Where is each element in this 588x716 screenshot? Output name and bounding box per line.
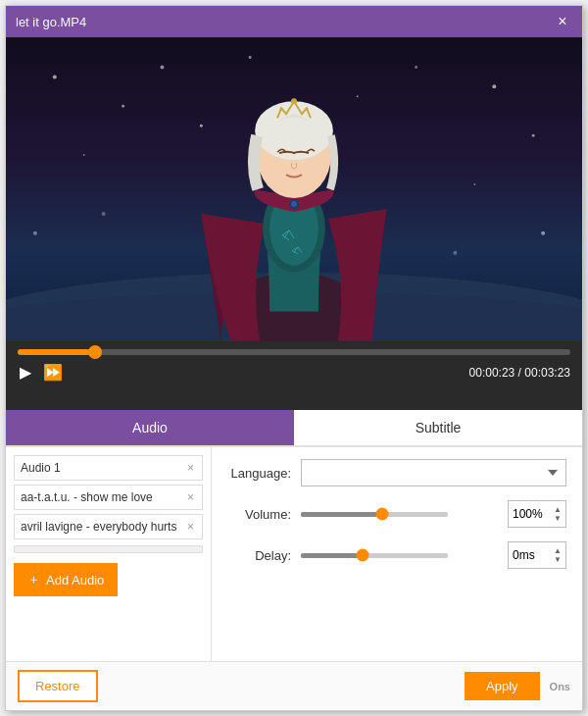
svg-point-7 [200, 125, 203, 128]
svg-point-13 [415, 66, 417, 69]
tab-audio[interactable]: Audio [6, 410, 294, 445]
progress-thumb[interactable] [88, 345, 102, 359]
audio-item-label-2: aa-t.a.t.u. - show me love [21, 490, 185, 504]
audio-item-label-3: avril lavigne - everybody hurts [21, 520, 185, 534]
delay-spin-arrows: ▲ ▼ [554, 547, 562, 564]
close-button[interactable]: × [553, 12, 572, 31]
restore-button[interactable]: Restore [18, 670, 98, 702]
delay-spinbox[interactable]: 0ms ▲ ▼ [508, 541, 566, 569]
remove-audio-3[interactable]: × [185, 520, 196, 534]
svg-point-17 [249, 56, 252, 59]
svg-point-24 [291, 98, 297, 104]
delay-slider-container [301, 553, 498, 558]
window-title: let it go.MP4 [16, 15, 86, 29]
volume-label: Volume: [227, 507, 291, 522]
svg-point-11 [473, 183, 475, 185]
language-select[interactable] [301, 459, 566, 486]
svg-point-23 [255, 101, 333, 160]
buttons-row: ▶ ⏩ 00:00:23 / 00:03:23 [18, 361, 570, 384]
volume-spin-arrows: ▲ ▼ [554, 506, 562, 523]
svg-point-3 [53, 75, 57, 78]
tabs-bar: Audio Subtitle [6, 410, 582, 447]
audio-scrollbar[interactable] [14, 545, 203, 553]
fast-forward-button[interactable]: ⏩ [41, 361, 65, 384]
audio-panel: Audio 1 × aa-t.a.t.u. - show me love × a… [6, 447, 212, 661]
svg-point-9 [492, 84, 496, 88]
volume-slider-track[interactable] [301, 512, 448, 517]
audio-item-2[interactable]: aa-t.a.t.u. - show me love × [14, 485, 203, 510]
language-row: Language: [227, 459, 566, 486]
video-frame [6, 37, 582, 341]
volume-row: Volume: 100% ▲ ▼ [227, 500, 566, 528]
volume-slider-container [301, 512, 498, 517]
audio-item-label-1: Audio 1 [21, 461, 185, 475]
add-audio-label: Add Audio [46, 573, 104, 588]
progress-fill [18, 349, 95, 355]
delay-up-arrow[interactable]: ▲ [554, 547, 562, 555]
volume-thumb[interactable] [375, 508, 388, 521]
delay-slider-track[interactable] [301, 553, 448, 558]
svg-point-5 [83, 154, 85, 156]
add-audio-button[interactable]: ＋ Add Audio [14, 563, 118, 596]
svg-point-12 [541, 231, 545, 235]
video-player [6, 37, 582, 341]
remove-audio-2[interactable]: × [185, 490, 196, 504]
time-total: 00:03:23 [524, 366, 570, 380]
time-display: 00:00:23 / 00:03:23 [469, 366, 570, 380]
audio-item-1[interactable]: Audio 1 × [14, 455, 203, 481]
delay-label: Delay: [227, 548, 291, 563]
delay-down-arrow[interactable]: ▼ [554, 556, 562, 564]
apply-button[interactable]: Apply [465, 672, 540, 700]
title-bar: let it go.MP4 × [6, 6, 582, 37]
volume-spinbox[interactable]: 100% ▲ ▼ [508, 500, 566, 528]
volume-fill [301, 512, 382, 517]
play-button[interactable]: ▶ [18, 361, 33, 384]
svg-point-10 [532, 134, 535, 137]
delay-fill [301, 553, 363, 558]
svg-point-6 [160, 65, 164, 69]
svg-point-8 [33, 231, 37, 235]
content-area: Audio 1 × aa-t.a.t.u. - show me love × a… [6, 447, 582, 661]
controls-bar: ▶ ⏩ 00:00:23 / 00:03:23 [6, 341, 582, 410]
volume-down-arrow[interactable]: ▼ [554, 515, 562, 523]
time-current: 00:00:23 [469, 366, 515, 380]
add-icon: ＋ [27, 571, 40, 588]
bottom-bar: Restore Apply Ons [6, 661, 582, 710]
progress-row[interactable] [18, 349, 570, 355]
delay-row: Delay: 0ms ▲ ▼ [227, 541, 566, 569]
audio-item-3[interactable]: avril lavigne - everybody hurts × [14, 514, 203, 539]
remove-audio-1[interactable]: × [185, 461, 196, 475]
delay-thumb[interactable] [357, 549, 369, 562]
volume-up-arrow[interactable]: ▲ [554, 506, 562, 514]
watermark-text: Ons [550, 681, 570, 692]
volume-value: 100% [513, 507, 543, 521]
app-window: let it go.MP4 × [5, 5, 583, 711]
svg-point-26 [291, 201, 297, 207]
svg-point-16 [453, 251, 457, 255]
subtitle-panel: Language: Volume: 100% ▲ [212, 447, 582, 661]
svg-point-14 [357, 95, 359, 97]
svg-point-4 [122, 105, 124, 108]
play-controls: ▶ ⏩ [18, 361, 65, 384]
delay-value: 0ms [513, 548, 535, 562]
svg-point-15 [102, 212, 106, 216]
bottom-right: Apply Ons [465, 672, 570, 700]
video-scene [6, 37, 582, 341]
progress-track[interactable] [18, 349, 570, 355]
language-label: Language: [227, 466, 291, 481]
tab-subtitle[interactable]: Subtitle [294, 410, 582, 445]
